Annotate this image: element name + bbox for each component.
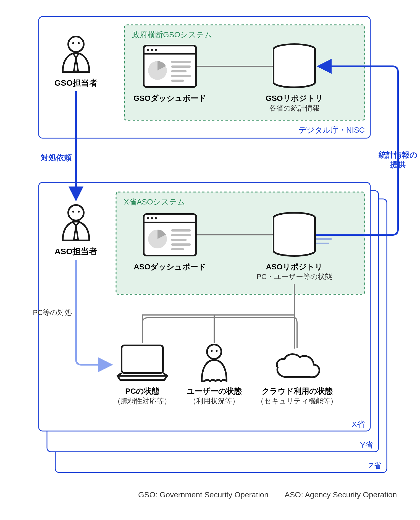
gso-system-title: 政府横断GSOシステム xyxy=(132,30,212,39)
svg-point-22 xyxy=(155,217,157,219)
stats-arrow-label-1: 統計情報の xyxy=(378,151,418,159)
svg-point-1 xyxy=(72,42,74,44)
legend-gso: GSO: Government Security Operation xyxy=(138,490,269,499)
gso-dashboard-label: GSOダッシュボード xyxy=(133,94,206,103)
aso-person-label: ASO担当者 xyxy=(54,247,97,256)
x-ministry-label: X省 xyxy=(352,420,365,429)
svg-rect-25 xyxy=(171,234,191,236)
svg-point-6 xyxy=(151,49,153,51)
diagram-canvas: デジタル庁・NISC GSO担当者 政府横断GSOシステム GSOダッシュボード… xyxy=(0,0,420,520)
aso-repo-title: ASOリポジトリ xyxy=(266,262,323,271)
legend-aso: ASO: Agency Security Operation xyxy=(285,490,397,499)
svg-rect-26 xyxy=(171,239,187,241)
aso-system-title: X省ASOシステム xyxy=(124,198,185,206)
svg-rect-12 xyxy=(171,75,191,77)
aso-repo-sub: PC・ユーザー等の状態 xyxy=(256,272,332,281)
svg-rect-9 xyxy=(171,61,191,63)
user-sub: （利用状況等） xyxy=(189,397,239,405)
gso-repo-sub: 各省の統計情報 xyxy=(269,104,320,112)
svg-rect-28 xyxy=(171,248,184,250)
person-icon xyxy=(63,36,89,72)
cloud-title: クラウド利用の状態 xyxy=(262,387,333,395)
database-icon xyxy=(274,213,315,256)
aso-dashboard-label: ASOダッシュボード xyxy=(134,262,206,271)
svg-point-16 xyxy=(72,211,74,213)
pc-action-label: PC等の対処 xyxy=(33,308,72,317)
svg-point-20 xyxy=(147,217,149,219)
svg-point-34 xyxy=(211,350,213,352)
svg-point-35 xyxy=(216,350,218,352)
y-ministry-label: Y省 xyxy=(360,441,373,449)
svg-point-17 xyxy=(78,211,80,213)
z-ministry-label: Z省 xyxy=(369,461,381,470)
svg-point-5 xyxy=(147,49,149,51)
pc-sub: （脆弱性対応等） xyxy=(114,397,171,405)
svg-rect-27 xyxy=(171,243,191,246)
svg-point-21 xyxy=(151,217,153,219)
svg-rect-24 xyxy=(171,229,191,232)
cloud-sub: （セキュリティ機能等） xyxy=(257,397,337,405)
request-arrow-label: 対処依頼 xyxy=(41,153,72,162)
svg-rect-13 xyxy=(171,80,184,82)
database-icon xyxy=(274,44,315,87)
stats-arrow-label-2: 提供 xyxy=(390,160,406,169)
user-title: ユーザーの状態 xyxy=(187,387,242,395)
svg-point-2 xyxy=(78,42,80,44)
dashboard-icon xyxy=(144,214,196,256)
svg-point-0 xyxy=(68,36,84,52)
pc-title: PCの状態 xyxy=(125,387,160,395)
top-org-label: デジタル庁・NISC xyxy=(299,126,365,134)
gso-person-label: GSO担当者 xyxy=(54,78,98,87)
gso-repo-title: GSOリポジトリ xyxy=(266,94,323,103)
svg-rect-10 xyxy=(171,65,191,68)
dashboard-icon xyxy=(144,46,196,87)
svg-point-7 xyxy=(155,49,157,51)
svg-rect-11 xyxy=(171,70,187,72)
